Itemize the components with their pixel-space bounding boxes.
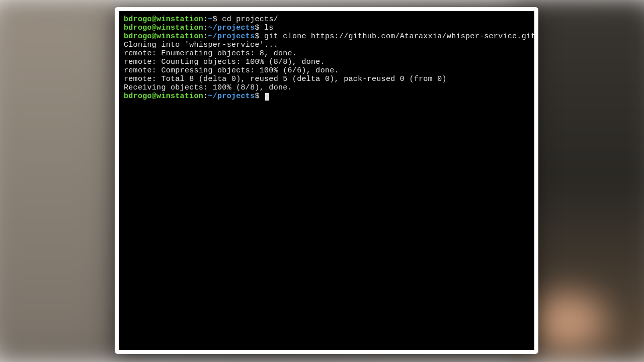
terminal-line: remote: Counting objects: 100% (8/8), do…: [124, 58, 529, 66]
output-text: Cloning into 'whisper-service'...: [124, 41, 278, 49]
cursor-icon: [265, 93, 269, 101]
terminal-line: remote: Compressing objects: 100% (6/6),…: [124, 66, 529, 75]
prompt-path: ~/projects: [208, 32, 255, 41]
command-text: git clone https://github.com/Ataraxxia/w…: [260, 32, 534, 41]
prompt-path: ~: [208, 15, 212, 24]
prompt-user-host: bdrogo@winstation: [124, 92, 203, 101]
command-text: ls: [260, 24, 274, 32]
terminal-line: bdrogo@winstation:~$ cd projects/: [124, 15, 529, 24]
bg-blur-left: [0, 0, 116, 362]
prompt-user-host: bdrogo@winstation: [124, 32, 203, 41]
output-text: remote: Total 8 (delta 0), reused 5 (del…: [124, 75, 447, 83]
output-text: Receiving objects: 100% (8/8), done.: [124, 83, 292, 92]
prompt-user-host: bdrogo@winstation: [124, 24, 203, 32]
terminal-line: Cloning into 'whisper-service'...: [124, 41, 529, 49]
prompt-user-host: bdrogo@winstation: [124, 15, 203, 24]
prompt-path: ~/projects: [208, 92, 255, 101]
terminal-line: bdrogo@winstation:~/projects$ git clone …: [124, 32, 529, 41]
terminal-line: remote: Total 8 (delta 0), reused 5 (del…: [124, 75, 529, 83]
output-text: remote: Counting objects: 100% (8/8), do…: [124, 58, 325, 66]
prompt-dollar: $: [255, 24, 259, 32]
prompt-dollar: $: [255, 32, 259, 41]
terminal-line: Receiving objects: 100% (8/8), done.: [124, 83, 529, 92]
prompt-dollar: $: [213, 15, 217, 24]
terminal-line: bdrogo@winstation:~/projects$: [124, 92, 529, 101]
terminal-window: bdrogo@winstation:~$ cd projects/bdrogo@…: [115, 7, 538, 354]
terminal-line: remote: Enumerating objects: 8, done.: [124, 49, 529, 58]
command-text: [260, 92, 264, 101]
prompt-path: ~/projects: [208, 24, 255, 32]
terminal-content-area[interactable]: bdrogo@winstation:~$ cd projects/bdrogo@…: [119, 11, 534, 350]
output-text: remote: Enumerating objects: 8, done.: [124, 49, 297, 58]
output-text: remote: Compressing objects: 100% (6/6),…: [124, 66, 339, 75]
prompt-dollar: $: [255, 92, 259, 101]
terminal-line: bdrogo@winstation:~/projects$ ls: [124, 24, 529, 32]
command-text: cd projects/: [217, 15, 278, 24]
